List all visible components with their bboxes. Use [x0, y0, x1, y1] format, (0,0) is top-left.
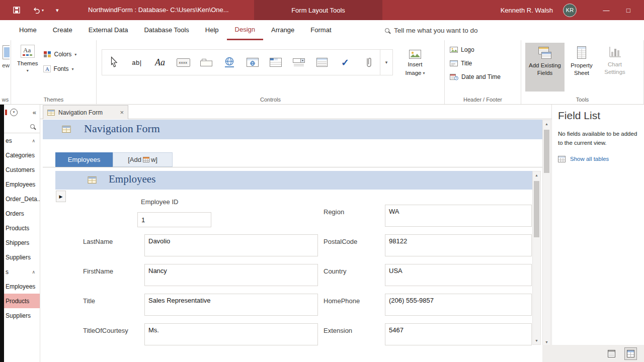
field-label-extension: Extension [324, 327, 352, 334]
undo-button[interactable]: ▾ [32, 7, 44, 14]
controls-gallery-more-button[interactable]: ▾ [380, 49, 393, 75]
show-all-tables-link[interactable]: Show all tables [558, 156, 639, 162]
add-existing-fields-button[interactable]: Add Existing Fields [525, 43, 565, 92]
navpane-menu-button[interactable]: ▾ [10, 109, 18, 116]
avatar[interactable]: KR [563, 4, 577, 17]
navpane-item-orders[interactable]: Orders [4, 206, 40, 221]
undo-dropdown-icon[interactable]: ▾ [42, 8, 44, 13]
field-input-title[interactable]: Sales Representative [144, 294, 318, 316]
property-sheet-button[interactable]: Property Sheet [566, 43, 598, 92]
ribbon-tab-home[interactable]: Home [11, 20, 45, 40]
insert-image-button[interactable]: Insert Image ▾ [400, 49, 430, 77]
scroll-up-icon[interactable]: ▲ [533, 173, 540, 177]
subform-scrollbar-thumb[interactable] [534, 181, 539, 237]
navpane-item-customers[interactable]: Customers [4, 162, 40, 177]
navpane-item-suppliers-2[interactable]: Suppliers [4, 308, 40, 323]
colors-icon [43, 51, 51, 58]
logo-button[interactable]: Logo [450, 46, 521, 53]
ribbon-tab-format[interactable]: Format [302, 20, 339, 40]
status-bar [542, 345, 644, 362]
contextual-tab-group[interactable]: Form Layout Tools [254, 0, 382, 20]
control-combo-box-button[interactable] [287, 50, 310, 75]
navpane-group-header-1[interactable]: es ∧ [4, 133, 40, 148]
scroll-down-icon[interactable]: ▼ [543, 340, 550, 344]
field-input-firstname[interactable]: Nancy [144, 264, 318, 286]
themes-button[interactable]: Aa Themes ▾ [17, 44, 38, 104]
document-tab-label: Navigation Form [58, 109, 116, 116]
field-input-extension[interactable]: 5467 [385, 323, 532, 345]
tell-me-search[interactable]: Tell me what you want to do [385, 20, 478, 40]
themes-icon: Aa [20, 44, 35, 58]
view-button-icon[interactable] [3, 45, 10, 59]
search-icon [385, 28, 389, 33]
navpane-item-products[interactable]: Products [4, 221, 40, 235]
scroll-down-icon[interactable]: ▼ [533, 339, 540, 342]
navpane-item-employees-2[interactable]: Employees [4, 279, 40, 294]
hyperlink-globe-icon [223, 57, 235, 68]
ribbon-tab-create[interactable]: Create [45, 20, 80, 40]
field-input-lastname[interactable]: Davolio [144, 234, 318, 256]
ribbon-tab-external-data[interactable]: External Data [80, 20, 136, 40]
control-label-button[interactable]: Aa [148, 50, 172, 75]
field-input-titleofcourtesy[interactable]: Ms. [144, 323, 318, 345]
save-button[interactable] [13, 7, 20, 14]
scroll-up-icon[interactable]: ▲ [543, 122, 550, 126]
colors-label: Colors [54, 51, 72, 58]
navpane-item-products-selected[interactable]: Products [4, 294, 40, 308]
control-list-box-button[interactable] [310, 50, 334, 75]
chart-settings-button[interactable]: Chart Settings [599, 43, 631, 92]
navpane-search[interactable] [4, 120, 40, 133]
navpane-item-order-details[interactable]: Order_Deta... [4, 192, 40, 206]
navpane-group-header-2[interactable]: s ∧ [4, 264, 40, 279]
form-view-button[interactable] [605, 347, 618, 360]
record-selector[interactable]: ▶ [56, 191, 66, 202]
document-scrollbar-thumb[interactable] [544, 130, 549, 173]
ribbon-tab-database-tools[interactable]: Database Tools [136, 20, 197, 40]
control-tab-control-button[interactable] [195, 50, 218, 75]
navpane-item-suppliers[interactable]: Suppliers [4, 250, 40, 264]
layout-view-button[interactable] [624, 347, 637, 360]
logo-label: Logo [461, 46, 474, 53]
control-text-box-button[interactable]: ab| [125, 50, 148, 75]
form-tab-add-new[interactable]: [Add w] [113, 152, 173, 167]
document-tab-navigation-form[interactable]: Navigation Form × [43, 105, 128, 119]
navpane-item-shippers[interactable]: Shippers [4, 235, 40, 250]
ribbon-tab-design[interactable]: Design [227, 20, 263, 40]
navpane-cutoff-icon [5, 110, 7, 115]
maximize-button[interactable]: □ [621, 7, 636, 14]
ribbon-tab-arrange[interactable]: Arrange [263, 20, 302, 40]
date-time-button[interactable]: Date and Time [450, 73, 521, 80]
field-input-country[interactable]: USA [385, 264, 532, 286]
fonts-button[interactable]: A Fonts ▾ [43, 65, 77, 72]
field-input-postalcode[interactable]: 98122 [385, 234, 532, 256]
control-web-browser-button[interactable] [241, 50, 264, 75]
view-button-label[interactable]: ew [2, 62, 10, 68]
collapse-pane-button[interactable]: « [33, 109, 36, 116]
control-button-button[interactable]: xxxx [172, 50, 195, 75]
navpane-item-employees[interactable]: Employees [4, 177, 40, 192]
control-navigation-button[interactable] [264, 50, 287, 75]
ribbon-tab-help[interactable]: Help [197, 20, 227, 40]
control-hyperlink-button[interactable] [218, 50, 241, 75]
navigation-pane: ▾ « es ∧ Categories Customers Employees … [4, 105, 40, 362]
field-input-employee-id[interactable]: 1 [137, 212, 211, 227]
minimize-button[interactable]: — [599, 7, 614, 14]
navpane-item-categories[interactable]: Categories [4, 148, 40, 162]
field-label-title: Title [83, 297, 95, 305]
form-tab-employees[interactable]: Employees [55, 152, 113, 167]
field-input-homephone[interactable]: (206) 555-9857 [385, 294, 532, 316]
control-select-button[interactable] [102, 50, 125, 75]
subform-scrollbar[interactable]: ▲ ▼ [532, 171, 541, 345]
screen-edge [0, 105, 4, 362]
tab-close-button[interactable]: × [120, 109, 124, 116]
document-scrollbar[interactable]: ▲ ▼ [542, 120, 551, 346]
control-check-box-button[interactable]: ✓ [334, 50, 357, 75]
control-attachment-button[interactable] [357, 50, 380, 75]
customize-qat-button[interactable]: ▾ [56, 7, 59, 14]
title-button[interactable]: Title [450, 60, 521, 67]
add-existing-fields-icon [537, 46, 552, 60]
group-label-controls: Controls [97, 97, 444, 103]
field-input-region[interactable]: WA [385, 205, 532, 227]
colors-button[interactable]: Colors ▾ [43, 51, 77, 58]
account-name[interactable]: Kenneth R. Walsh [501, 7, 553, 14]
